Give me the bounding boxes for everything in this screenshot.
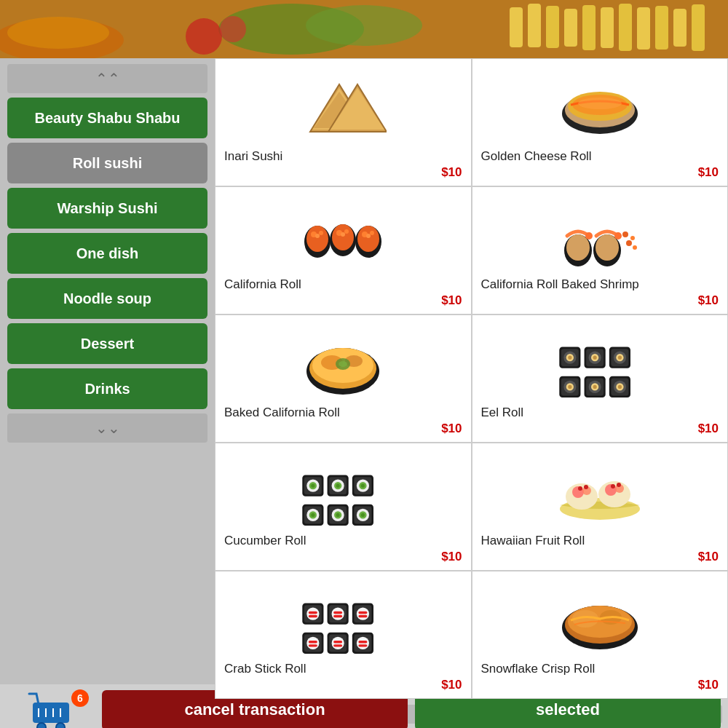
svg-point-52: [633, 245, 637, 250]
svg-rect-6: [528, 4, 541, 47]
sidebar-item-roll-sushi[interactable]: Roll sushi: [7, 143, 207, 183]
svg-point-104: [361, 484, 365, 488]
svg-rect-140: [333, 615, 342, 617]
svg-point-32: [315, 234, 320, 238]
item-name-eel-roll: Eel Roll: [481, 405, 719, 420]
sidebar-item-drinks[interactable]: Drinks: [7, 368, 207, 409]
item-price-cucumber-roll: $10: [224, 550, 462, 564]
chevron-down-icon: ⌄⌄: [95, 419, 120, 437]
item-price-inari-sushi: $10: [224, 165, 462, 180]
svg-point-42: [366, 234, 371, 238]
svg-point-36: [344, 229, 349, 234]
item-image-crab-stick-roll: [224, 579, 462, 659]
svg-point-2: [7, 17, 109, 49]
sidebar-item-warship-sushi[interactable]: Warship Sushi: [7, 188, 207, 229]
svg-rect-8: [564, 9, 577, 47]
svg-rect-134: [309, 612, 317, 614]
scroll-up-button[interactable]: ⌃⌃: [7, 64, 207, 93]
svg-rect-145: [359, 615, 368, 617]
item-price-hawaiian-fruit-roll: $10: [481, 550, 719, 564]
item-image-cucumber-roll: [224, 451, 462, 531]
menu-item-baked-california-roll[interactable]: Baked California Roll $10: [215, 314, 472, 443]
svg-rect-149: [309, 641, 317, 643]
item-image-california-roll-baked-shrimp: [481, 194, 719, 274]
svg-rect-13: [655, 6, 668, 50]
svg-rect-159: [359, 641, 368, 643]
svg-point-74: [618, 356, 622, 360]
menu-item-golden-cheese-roll[interactable]: Golden Cheese Roll $10: [472, 58, 729, 186]
svg-point-34: [332, 224, 354, 250]
svg-point-79: [568, 385, 571, 389]
menu-item-hawaiian-fruit-roll[interactable]: Hawaiian Fruit Roll $10: [472, 443, 729, 571]
svg-point-45: [585, 232, 593, 240]
menu-item-california-roll-baked-shrimp[interactable]: California Roll Baked Shrimp $10: [472, 186, 729, 314]
item-name-inari-sushi: Inari Sushi: [224, 149, 462, 164]
item-price-eel-roll: $10: [481, 422, 719, 436]
svg-rect-160: [359, 644, 368, 646]
item-name-snowflake-crisp-roll: Snowflake Crisp Roll: [481, 662, 719, 676]
item-name-crab-stick-roll: Crab Stick Roll: [224, 662, 462, 676]
svg-rect-7: [546, 6, 559, 48]
svg-point-158: [357, 637, 369, 649]
svg-rect-11: [619, 4, 632, 51]
svg-point-16: [186, 18, 222, 55]
svg-point-94: [312, 484, 315, 488]
item-image-baked-california-roll: [224, 323, 462, 403]
svg-point-44: [566, 234, 590, 261]
item-name-california-roll: California Roll: [224, 277, 462, 292]
cart-count-badge: 6: [71, 689, 89, 707]
svg-rect-15: [692, 4, 705, 51]
svg-point-109: [312, 513, 315, 517]
item-image-eel-roll: [481, 323, 719, 403]
svg-rect-9: [582, 5, 596, 50]
svg-rect-155: [333, 644, 342, 646]
item-image-hawaiian-fruit-roll: [481, 451, 719, 531]
svg-point-168: [56, 723, 65, 728]
menu-item-inari-sushi[interactable]: Inari Sushi $10: [215, 58, 472, 186]
item-price-crab-stick-roll: $10: [224, 678, 462, 692]
svg-rect-154: [333, 641, 342, 643]
chevron-up-icon: ⌃⌃: [95, 70, 120, 87]
sidebar-item-beauty-shabu[interactable]: Beauty Shabu Shabu: [7, 98, 207, 138]
sidebar-item-dessert[interactable]: Dessert: [7, 323, 207, 364]
item-image-snowflake-crisp-roll: [481, 579, 719, 659]
sidebar-item-noodle-soup[interactable]: Noodle soup: [7, 278, 207, 319]
svg-point-167: [37, 723, 46, 728]
cart-area[interactable]: 6: [7, 688, 95, 728]
svg-rect-135: [309, 615, 317, 617]
items-grid: Inari Sushi $10 Go: [215, 58, 728, 699]
svg-rect-12: [637, 7, 650, 50]
item-price-california-roll: $10: [224, 293, 462, 308]
svg-point-50: [630, 236, 635, 240]
svg-point-148: [307, 637, 320, 649]
item-image-golden-cheese-roll: [481, 66, 719, 146]
menu-item-snowflake-crisp-roll[interactable]: Snowflake Crisp Roll $10: [472, 571, 729, 699]
svg-point-48: [614, 232, 622, 240]
item-price-golden-cheese-roll: $10: [481, 165, 719, 180]
menu-item-california-roll[interactable]: California Roll $10: [215, 186, 472, 314]
menu-item-crab-stick-roll[interactable]: Crab Stick Roll $10: [215, 571, 472, 699]
item-name-baked-california-roll: Baked California Roll: [224, 405, 462, 420]
svg-point-119: [361, 513, 365, 517]
menu-item-cucumber-roll[interactable]: Cucumber Roll $10: [215, 443, 472, 571]
item-name-california-roll-baked-shrimp: California Roll Baked Shrimp: [481, 277, 719, 292]
svg-point-84: [593, 385, 596, 389]
item-name-cucumber-roll: Cucumber Roll: [224, 534, 462, 548]
scroll-down-button[interactable]: ⌄⌄: [7, 414, 207, 443]
svg-point-127: [578, 486, 582, 491]
svg-point-89: [618, 385, 622, 389]
svg-point-114: [336, 513, 340, 517]
svg-point-47: [596, 234, 619, 261]
svg-point-128: [584, 485, 588, 489]
svg-point-17: [220, 16, 246, 42]
sidebar-item-one-dish[interactable]: One dish: [7, 233, 207, 274]
svg-point-49: [622, 232, 628, 237]
item-name-hawaiian-fruit-roll: Hawaiian Fruit Roll: [481, 534, 719, 548]
sidebar: ⌃⌃ Beauty Shabu Shabu Roll sushi Warship…: [0, 58, 215, 684]
svg-point-4: [306, 5, 422, 46]
svg-rect-139: [333, 612, 342, 614]
menu-item-eel-roll[interactable]: Eel Roll $10: [472, 314, 729, 443]
cart-icon: [25, 688, 76, 728]
item-image-california-roll: [224, 194, 462, 274]
svg-rect-144: [359, 612, 368, 614]
